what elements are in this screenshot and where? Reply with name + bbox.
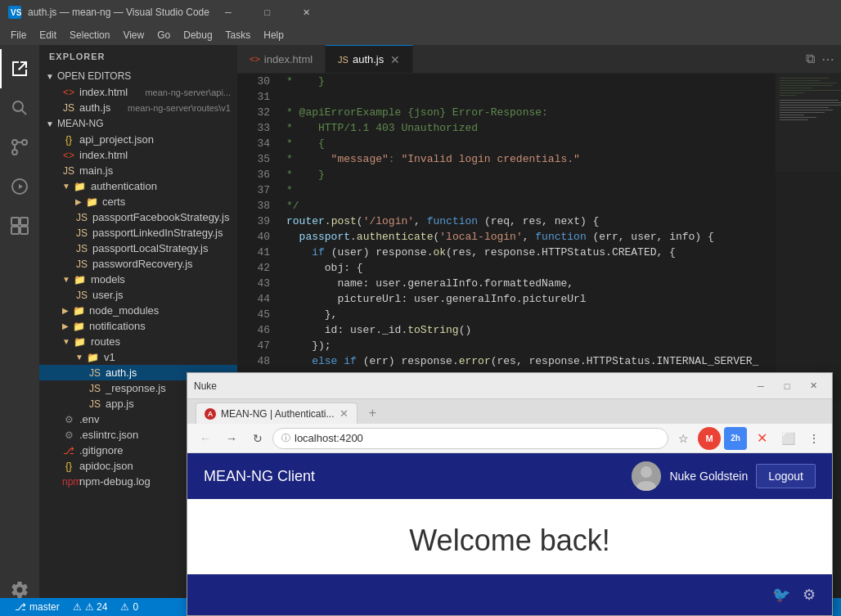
title-bar: VS auth.js — mean-ng — Visual Studio Cod… [0,0,841,25]
browser-minimize-button[interactable]: ─ [749,378,773,394]
sidebar-header: EXPLORER [39,45,237,68]
extensions-icon[interactable] [0,206,39,245]
menu-go[interactable]: Go [151,25,177,45]
menu-debug[interactable]: Debug [177,25,218,45]
code-line-46: id: user._id.toString() [286,322,776,338]
mean-ng-section[interactable]: ▼ MEAN-NG [39,115,237,132]
code-line-43: name: user.generalInfo.formattedName, [286,276,776,291]
js-icon4: JS [75,227,88,239]
menu-edit[interactable]: Edit [33,25,63,45]
git-branch-status[interactable]: ⎇ master [8,601,66,613]
code-line-30: * } [286,74,776,89]
v1-folder[interactable]: ▼ 📁 v1 [39,349,237,365]
index-html-file[interactable]: <> index.html [39,147,237,163]
new-tab-button[interactable]: + [361,402,385,424]
folder-open-icon: 📁 [74,181,87,192]
models-folder[interactable]: ▼ 📁 models [39,272,237,287]
tab-index-html[interactable]: <> index.html [237,45,326,73]
browser-toolbar: ← → ↻ ⓘ localhost:4200 ☆ M 2h ✕ ⬜ ⋮ [187,424,832,453]
menu-tasks[interactable]: Tasks [219,25,258,45]
open-editors-section[interactable]: ▼ OPEN EDITORS [39,68,237,84]
menu-view[interactable]: View [116,25,151,45]
tab-html-icon: <> [250,54,260,64]
github-icon[interactable]: ⚙ [803,586,816,604]
extension2-icon[interactable]: ✕ [750,427,773,450]
passport-facebook-label: passportFacebookStrategy.js [92,211,231,223]
open-editor-index-html[interactable]: <> index.html mean-ng-server\api... [39,84,237,100]
js-icon9: JS [88,383,101,394]
browser-maximize-button[interactable]: □ [775,378,799,394]
window-title: auth.js — mean-ng — Visual Studio Code [28,7,209,18]
activity-bar [0,45,39,616]
tab-auth-js[interactable]: JS auth.js ✕ [326,45,413,73]
node-modules-folder[interactable]: ▶ 📁 node_modules [39,303,237,318]
menu-selection[interactable]: Selection [63,25,116,45]
menu-file[interactable]: File [4,25,33,45]
models-folder-icon: 📁 [74,274,87,286]
notifications-folder[interactable]: ▶ 📁 notifications [39,318,237,334]
gmail-icon[interactable]: M [698,427,721,450]
code-line-39: router.post('/login', function (req, res… [286,214,776,229]
browser-tab-mean-ng[interactable]: A MEAN-NG | Authenticati... ✕ [196,402,358,424]
authentication-label: authentication [91,180,231,192]
routes-folder[interactable]: ▼ 📁 routes [39,334,237,349]
v1-label: v1 [104,351,231,363]
browser-tab-close[interactable]: ✕ [340,407,349,420]
menu-help[interactable]: Help [257,25,290,45]
main-js-file[interactable]: JS main.js [39,163,237,178]
passport-local[interactable]: JS passportLocalStrategy.js [39,241,237,256]
browser-close-button[interactable]: ✕ [801,378,825,394]
json-icon2: {} [62,461,75,472]
mean-ng-label: MEAN-NG [57,118,104,129]
models-arrow: ▼ [62,275,70,284]
models-label: models [91,273,231,286]
tab-js-icon: JS [338,55,349,65]
user-js[interactable]: JS user.js [39,287,237,303]
code-line-32: * @apiErrorExample {json} Error-Response… [286,105,776,120]
source-control-icon[interactable] [0,128,39,167]
code-line-40: passport.authenticate('local-login', fun… [286,229,776,245]
browser-menu-button[interactable]: ⋮ [803,427,825,450]
js-icon7: JS [75,290,88,301]
tab-close-button[interactable]: ✕ [390,53,400,66]
open-editor-auth-js[interactable]: JS auth.js mean-ng-server\routes\v1 [39,100,237,115]
node-modules-label: node_modules [89,304,231,317]
passport-facebook[interactable]: JS passportFacebookStrategy.js [39,209,237,225]
browser-win-controls: ─ □ ✕ [749,378,825,394]
code-line-31 [286,89,776,105]
browser-tab-label: MEAN-NG | Authenticati... [221,408,335,420]
explorer-icon[interactable] [0,49,39,88]
browser-titlebar: Nuke ─ □ ✕ [187,373,832,399]
extension3-icon[interactable]: ⬜ [776,427,799,450]
search-activitybar-icon[interactable] [0,88,39,128]
twitter-icon[interactable]: 🐦 [772,586,790,604]
extension1-icon[interactable]: 2h [724,427,747,450]
debug-icon[interactable] [0,167,39,206]
warning-count: 0 [133,601,138,613]
more-actions-icon[interactable]: ⋯ [821,52,834,67]
authentication-folder[interactable]: ▼ 📁 authentication [39,178,237,194]
reload-button[interactable]: ↻ [246,427,269,450]
code-line-33: * HTTP/1.1 403 Unauthorized [286,120,776,136]
address-bar[interactable]: ⓘ localhost:4200 [272,428,668,449]
bookmark-button[interactable]: ☆ [672,427,695,450]
notif-icon: 📁 [72,321,85,332]
notif-arrow: ▶ [62,321,69,330]
warning-count-status[interactable]: ⚠ 0 [114,601,145,613]
password-recovery[interactable]: JS passwordRecovery.js [39,256,237,272]
close-button[interactable]: ✕ [288,0,326,25]
api-project-label: api_project.json [79,133,231,146]
forward-button[interactable]: → [220,427,243,450]
error-count-status[interactable]: ⚠ ⚠ 24 [66,601,115,613]
split-editor-icon[interactable]: ⧉ [806,52,815,66]
tabs-bar: <> index.html JS auth.js ✕ ⧉ ⋯ [237,45,841,74]
logout-button[interactable]: Logout [756,464,816,488]
git-icon: ⎇ [15,601,26,613]
maximize-button[interactable]: □ [249,0,286,25]
minimize-button[interactable]: ─ [209,0,247,25]
passport-linkedin[interactable]: JS passportLinkedInStrategy.js [39,225,237,241]
api-project-json[interactable]: {} api_project.json [39,132,237,147]
back-button[interactable]: ← [194,427,217,450]
certs-folder[interactable]: ▶ 📁 certs [39,194,237,209]
js-icon6: JS [75,259,88,270]
